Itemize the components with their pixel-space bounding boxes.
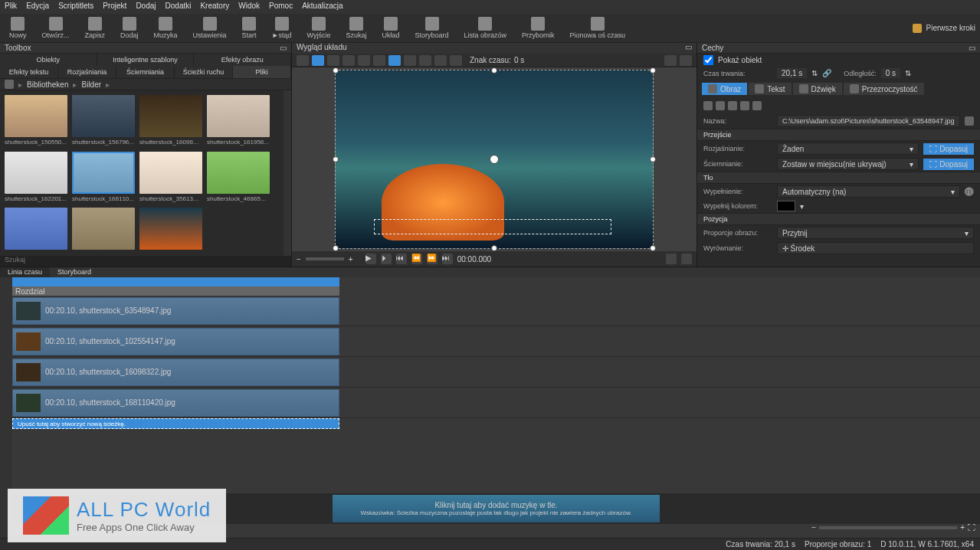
chapter-row[interactable]: Rozdział (12, 286, 339, 296)
zoom-out-icon[interactable]: − (297, 255, 301, 264)
tab-motion-paths[interactable]: Ścieżki ruchu (175, 66, 233, 78)
crop-tool[interactable] (388, 55, 401, 66)
scrollbar[interactable] (284, 90, 291, 256)
clip[interactable]: 00:20.10, shutterstock_168110420.jpg (12, 389, 339, 417)
thumbnail[interactable] (72, 208, 135, 251)
menu-item[interactable]: Projekt (103, 2, 126, 12)
zoom-slider[interactable] (306, 257, 344, 260)
aspect-select[interactable]: Przytnij▾ (777, 227, 974, 239)
menu-item[interactable]: Kreatory (200, 2, 229, 12)
align-tool[interactable] (450, 55, 462, 66)
clip[interactable]: 00:20.10, shutterstock_63548947.jpg (12, 297, 339, 325)
vertical-timeline-button[interactable]: Pionowa oś czasu (565, 15, 631, 41)
export-button[interactable]: Wyjście (303, 15, 336, 41)
link-icon[interactable]: 🔗 (822, 69, 831, 77)
menu-item[interactable]: Widok (238, 2, 260, 12)
zoom-in-icon[interactable]: + (349, 255, 353, 264)
zoom-fit-icon[interactable]: ⛶ (968, 523, 975, 532)
tab-opacity[interactable]: Przezroczystość (844, 83, 924, 95)
tab-fade-in[interactable]: Rozjaśniania (58, 66, 116, 78)
exif-icon[interactable] (752, 101, 762, 110)
fit-button-1[interactable]: ⛶Dopasuj (923, 143, 974, 155)
marker-icon[interactable] (666, 254, 677, 264)
tab-image[interactable]: Obraz (702, 83, 747, 95)
align-select[interactable]: ✛ Środek (777, 242, 974, 254)
skip-start-icon[interactable]: ⏮ (396, 254, 407, 264)
dropdown-icon[interactable]: ▾ (800, 202, 804, 211)
zoom-in-icon[interactable]: + (960, 523, 965, 532)
resize-handle[interactable] (650, 67, 656, 74)
canvas-image[interactable] (335, 70, 654, 249)
timeline-ruler[interactable] (12, 277, 339, 286)
breadcrumb-item[interactable]: Bibliotheken (27, 80, 68, 89)
thumbnail[interactable]: shutterstock_156796... (72, 95, 135, 147)
thumbnail[interactable]: shutterstock_35613667 (139, 152, 202, 204)
spinner-icon[interactable] (664, 55, 677, 66)
tab-timeline[interactable]: Linia czasu (0, 267, 50, 277)
tab-files[interactable]: Pliki (233, 66, 291, 78)
color-swatch[interactable] (777, 201, 795, 211)
tab-image-effects[interactable]: Efekty obrazu (194, 54, 291, 66)
edit-icon[interactable] (728, 101, 737, 110)
track[interactable]: 00:20.10, shutterstock_63548947.jpg (12, 296, 980, 326)
skip-end-icon[interactable]: ⏭ (442, 254, 453, 264)
crop-icon[interactable] (740, 101, 749, 110)
clip[interactable]: 00:20.10, shutterstock_16098322.jpg (12, 358, 339, 386)
play-step-icon[interactable]: ⏵ (381, 254, 392, 264)
snap-icon[interactable] (681, 254, 692, 264)
resize-handle[interactable] (491, 245, 497, 251)
search-input[interactable]: Szukaj (0, 256, 291, 267)
thumbnail-selected[interactable]: shutterstock_168110... (72, 152, 135, 204)
safe-zone-tool[interactable] (404, 55, 416, 66)
track[interactable]: 00:20.10, shutterstock_16098322.jpg (12, 357, 980, 388)
settings-button[interactable]: Ustawienia (188, 15, 231, 41)
rotate-right-icon[interactable] (716, 101, 725, 110)
minimize-icon[interactable]: ▭ (280, 44, 287, 52)
tab-objects[interactable]: Obiekty (0, 54, 97, 66)
rotate-left-icon[interactable] (703, 101, 713, 110)
delay-value[interactable]: 0 s (881, 68, 900, 78)
fadein-select[interactable]: Żaden▾ (777, 142, 919, 155)
fit-tool[interactable] (358, 55, 370, 66)
select-tool[interactable] (312, 55, 324, 66)
show-object-checkbox[interactable] (703, 55, 713, 65)
play-icon[interactable]: ▶ (365, 254, 376, 264)
music-button[interactable]: Muzyka (149, 15, 182, 41)
new-button[interactable]: Nowy (5, 15, 31, 41)
menu-item[interactable]: Dodaj (136, 2, 156, 12)
computer-icon[interactable] (5, 80, 14, 89)
tab-sound[interactable]: Dźwięk (793, 83, 842, 95)
zoom-out-icon[interactable]: − (811, 523, 816, 532)
open-button[interactable]: Otwórz... (38, 15, 74, 41)
thumbnail[interactable] (5, 208, 67, 251)
menu-item[interactable]: Dodatki (166, 2, 192, 12)
play-from-button[interactable]: ►stąd (267, 15, 297, 41)
zoom-in-tool[interactable] (327, 55, 339, 66)
fit-button-2[interactable]: ⛶Dopasuj (923, 159, 974, 170)
menu-item[interactable]: Scriptitlets (58, 2, 93, 12)
layer-remove-tool[interactable] (434, 55, 447, 66)
spinner-icon[interactable]: ⇅ (811, 69, 818, 77)
thumbnail[interactable]: shutterstock_46865710 (207, 152, 270, 204)
resize-handle[interactable] (333, 156, 339, 162)
inner-selection[interactable] (374, 219, 611, 234)
minimize-icon[interactable]: ▭ (685, 43, 692, 54)
next-frame-icon[interactable]: ⏩ (427, 254, 438, 264)
zoom-slider[interactable] (819, 526, 957, 529)
info-icon[interactable]: ⓘ (965, 187, 974, 196)
search-button[interactable]: Szukaj (341, 15, 371, 41)
menu-item[interactable]: Pomoc (269, 2, 293, 12)
duration-value[interactable]: 20,1 s (777, 68, 807, 78)
add-button[interactable]: Dodaj (116, 15, 143, 41)
lightbulb-icon[interactable] (913, 24, 922, 33)
track[interactable]: 00:20.10, shutterstock_102554147.jpg (12, 326, 980, 357)
thumbnail[interactable]: shutterstock_16098322 (139, 95, 202, 147)
menu-item[interactable]: Plik (5, 2, 17, 12)
prev-frame-icon[interactable]: ⏪ (411, 254, 422, 264)
storyboard-button[interactable]: Storyboard (411, 15, 454, 41)
save-button[interactable]: Zapisz (80, 15, 110, 41)
toolbox-button[interactable]: Przybornik (517, 15, 559, 41)
clip[interactable]: 00:20.10, shutterstock_102554147.jpg (12, 328, 339, 355)
track[interactable]: 00:20.10, shutterstock_168110420.jpg (12, 388, 980, 418)
layer-add-tool[interactable] (419, 55, 431, 66)
